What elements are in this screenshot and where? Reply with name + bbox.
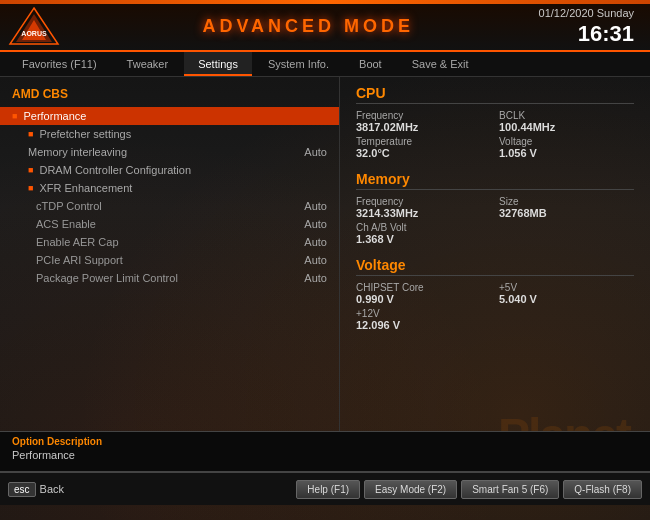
chipset-value: 0.990 V	[356, 293, 491, 305]
label-acs: ACS Enable	[36, 218, 96, 230]
menu-item-ppl[interactable]: Package Power Limit Control Auto	[0, 269, 339, 287]
label-prefetcher: Prefetcher settings	[39, 128, 131, 140]
mem-size-label: Size	[499, 196, 634, 207]
menu-item-memory-interleaving[interactable]: Memory interleaving Auto	[0, 143, 339, 161]
chipset-label: CHIPSET Core	[356, 282, 491, 293]
value-memory-interleaving: Auto	[304, 146, 327, 158]
menu-item-prefetcher[interactable]: ■ Prefetcher settings	[0, 125, 339, 143]
label-ppl: Package Power Limit Control	[36, 272, 178, 284]
menu-item-acs[interactable]: ACS Enable Auto	[0, 215, 339, 233]
smart-fan-button[interactable]: Smart Fan 5 (F6)	[461, 480, 559, 499]
desc-text: Performance	[12, 449, 638, 461]
bullet-performance: ■	[12, 111, 17, 121]
value-pcie-ari: Auto	[304, 254, 327, 266]
page-title: ADVANCED MODE	[78, 16, 539, 37]
v12-value: 12.096 V	[356, 319, 491, 331]
cpu-title: CPU	[356, 85, 634, 104]
menu-item-ctdp[interactable]: cTDP Control Auto	[0, 197, 339, 215]
header: AORUS ADVANCED MODE 01/12/2020 Sunday 16…	[0, 0, 650, 52]
voltage-title: Voltage	[356, 257, 634, 276]
label-dram: DRAM Controller Configuration	[39, 164, 191, 176]
v5-value: 5.040 V	[499, 293, 634, 305]
cpu-bclk-value: 100.44MHz	[499, 121, 634, 133]
main-content: AMD CBS ■ Performance ■ Prefetcher setti…	[0, 77, 650, 431]
menu-item-pcie-ari[interactable]: PCIe ARI Support Auto	[0, 251, 339, 269]
mem-size-value: 32768MB	[499, 207, 634, 219]
label-xfr: XFR Enhancement	[39, 182, 132, 194]
qflash-button[interactable]: Q-Flash (F8)	[563, 480, 642, 499]
logo-area: AORUS	[8, 6, 78, 46]
tab-sysinfo[interactable]: System Info.	[254, 52, 343, 76]
value-aer: Auto	[304, 236, 327, 248]
menu-item-xfr[interactable]: ■ XFR Enhancement	[0, 179, 339, 197]
cpu-section: CPU Frequency 3817.02MHz BCLK 100.44MHz …	[356, 85, 634, 159]
cpu-volt-label: Voltage	[499, 136, 634, 147]
title-area: ADVANCED MODE	[78, 16, 539, 37]
easy-mode-button[interactable]: Easy Mode (F2)	[364, 480, 457, 499]
menu-item-aer[interactable]: Enable AER Cap Auto	[0, 233, 339, 251]
value-ppl: Auto	[304, 272, 327, 284]
cpu-volt-value: 1.056 V	[499, 147, 634, 159]
label-pcie-ari: PCIe ARI Support	[36, 254, 123, 266]
mem-chvolt-label: Ch A/B Volt	[356, 222, 491, 233]
menu-item-dram[interactable]: ■ DRAM Controller Configuration	[0, 161, 339, 179]
value-acs: Auto	[304, 218, 327, 230]
bullet-dram: ■	[28, 165, 33, 175]
bottom-bar: esc Back Help (F1) Easy Mode (F2) Smart …	[0, 471, 650, 505]
mem-chvolt-value: 1.368 V	[356, 233, 491, 245]
memory-section: Memory Frequency 3214.33MHz Size 32768MB…	[356, 171, 634, 245]
menu-item-performance[interactable]: ■ Performance	[0, 107, 339, 125]
time-text: 16:31	[539, 22, 634, 46]
esc-back-area[interactable]: esc Back	[8, 482, 64, 497]
nav-bar: Favorites (F11) Tweaker Settings System …	[0, 52, 650, 77]
cpu-temp-value: 32.0°C	[356, 147, 491, 159]
cpu-freq-label: Frequency	[356, 110, 491, 121]
label-performance: Performance	[23, 110, 86, 122]
section-title: AMD CBS	[0, 85, 339, 107]
bullet-prefetcher: ■	[28, 129, 33, 139]
tab-save-exit[interactable]: Save & Exit	[398, 52, 483, 76]
voltage-section: Voltage CHIPSET Core 0.990 V +5V 5.040 V…	[356, 257, 634, 331]
tab-favorites[interactable]: Favorites (F11)	[8, 52, 111, 76]
mem-freq-label: Frequency	[356, 196, 491, 207]
description-area: Option Description Performance	[0, 431, 650, 471]
bullet-xfr: ■	[28, 183, 33, 193]
v12-label: +12V	[356, 308, 491, 319]
date-text: 01/12/2020 Sunday	[539, 7, 634, 19]
memory-title: Memory	[356, 171, 634, 190]
esc-key-icon: esc	[8, 482, 36, 497]
tab-tweaker[interactable]: Tweaker	[113, 52, 183, 76]
v5-label: +5V	[499, 282, 634, 293]
label-aer: Enable AER Cap	[36, 236, 119, 248]
help-button[interactable]: Help (F1)	[296, 480, 360, 499]
esc-back-label: Back	[40, 483, 64, 495]
label-memory-interleaving: Memory interleaving	[28, 146, 127, 158]
left-panel: AMD CBS ■ Performance ■ Prefetcher setti…	[0, 77, 340, 431]
aorus-logo: AORUS	[8, 6, 60, 46]
right-panel: CPU Frequency 3817.02MHz BCLK 100.44MHz …	[340, 77, 650, 431]
datetime-area: 01/12/2020 Sunday 16:31	[539, 6, 634, 46]
tab-boot[interactable]: Boot	[345, 52, 396, 76]
cpu-temp-label: Temperature	[356, 136, 491, 147]
mem-freq-value: 3214.33MHz	[356, 207, 491, 219]
cpu-freq-value: 3817.02MHz	[356, 121, 491, 133]
label-ctdp: cTDP Control	[36, 200, 102, 212]
desc-title: Option Description	[12, 436, 638, 447]
cpu-bclk-label: BCLK	[499, 110, 634, 121]
svg-text:AORUS: AORUS	[21, 30, 47, 37]
value-ctdp: Auto	[304, 200, 327, 212]
tab-settings[interactable]: Settings	[184, 52, 252, 76]
